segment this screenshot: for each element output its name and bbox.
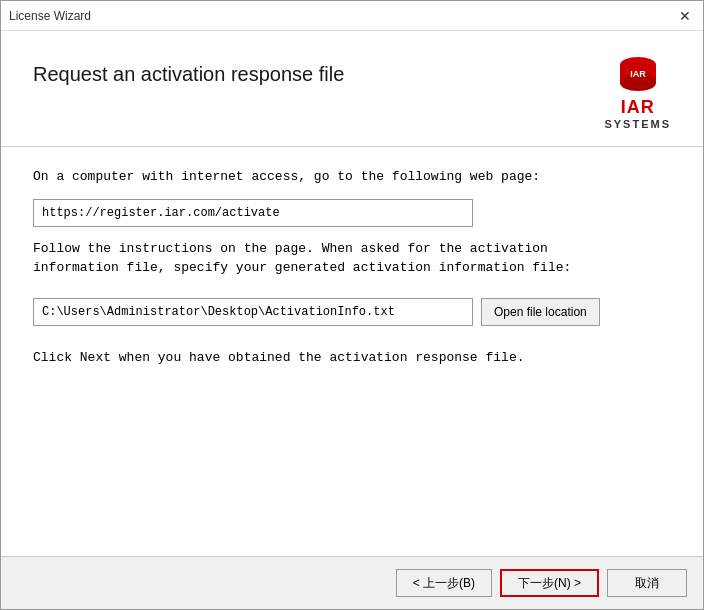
instruction-text-2: Follow the instructions on the page. Whe… <box>33 239 671 278</box>
svg-text:IAR: IAR <box>630 69 646 79</box>
page-title: Request an activation response file <box>33 63 344 86</box>
close-button[interactable]: ✕ <box>675 6 695 26</box>
title-bar: License Wizard ✕ <box>1 1 703 31</box>
next-button[interactable]: 下一步(N) > <box>500 569 599 597</box>
header-section: Request an activation response file IAR … <box>1 31 703 147</box>
logo-sub: SYSTEMS <box>604 118 671 130</box>
body-section: On a computer with internet access, go t… <box>1 147 703 556</box>
url-input[interactable] <box>33 199 473 227</box>
cancel-button[interactable]: 取消 <box>607 569 687 597</box>
main-content: Request an activation response file IAR … <box>1 31 703 556</box>
license-wizard-window: License Wizard ✕ Request an activation r… <box>0 0 704 610</box>
logo-brand: IAR <box>621 97 655 118</box>
back-button[interactable]: < 上一步(B) <box>396 569 492 597</box>
instruction-text-3: Click Next when you have obtained the ac… <box>33 350 671 365</box>
open-location-button[interactable]: Open file location <box>481 298 600 326</box>
file-path-row: Open file location <box>33 298 671 326</box>
iar-logo-icon: IAR <box>614 55 662 95</box>
file-path-input[interactable] <box>33 298 473 326</box>
window-title: License Wizard <box>9 9 91 23</box>
instruction-text-1: On a computer with internet access, go t… <box>33 167 671 187</box>
footer: < 上一步(B) 下一步(N) > 取消 <box>1 556 703 609</box>
logo-container: IAR IAR SYSTEMS <box>604 55 671 130</box>
